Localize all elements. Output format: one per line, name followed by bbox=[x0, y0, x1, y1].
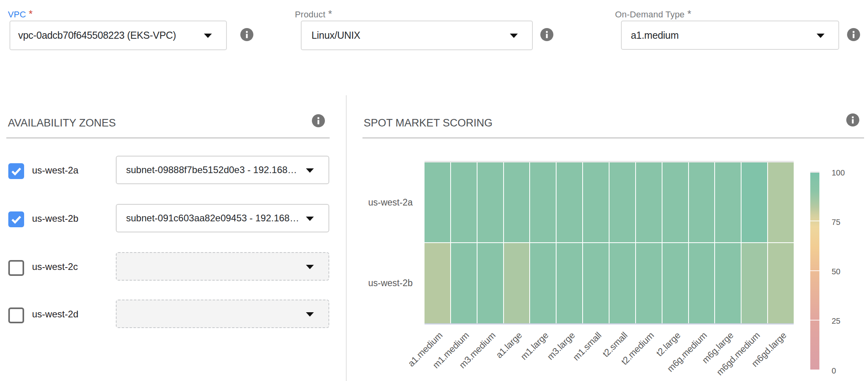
heatmap-cell-us-west-2a-a1.large[interactable] bbox=[504, 162, 530, 242]
heatmap-cell-us-west-2b-m6g.medium[interactable] bbox=[689, 243, 715, 323]
colorbar-tick-line-25 bbox=[810, 320, 819, 321]
availability-zones-divider bbox=[6, 138, 330, 138]
spot-market-scoring-divider bbox=[362, 138, 864, 138]
product-label: Product* bbox=[295, 9, 332, 20]
heatmap-cell-us-west-2a-t2.small[interactable] bbox=[609, 162, 635, 242]
az-subnet-select-value: subnet-091c603aa82e09453 - 192.168… bbox=[117, 213, 299, 224]
colorbar-tick-label-50: 50 bbox=[832, 267, 840, 276]
vpc-info-icon[interactable] bbox=[240, 28, 253, 41]
heatmap-colorbar bbox=[810, 172, 819, 370]
heatmap-y-label-us-west-2b: us-west-2b bbox=[349, 278, 413, 289]
heatmap-cell-us-west-2a-m1.small[interactable] bbox=[583, 162, 609, 242]
az-zone-label: us-west-2b bbox=[32, 213, 78, 224]
az-subnet-select-caret-icon bbox=[306, 168, 314, 173]
spot-market-scoring-info-icon[interactable] bbox=[846, 113, 859, 126]
heatmap-cell-us-west-2b-t2.small[interactable] bbox=[609, 243, 635, 323]
heatmap-cell-us-west-2a-m6g.medium[interactable] bbox=[689, 162, 715, 242]
az-subnet-select-caret-icon bbox=[306, 217, 314, 221]
az-checkbox-us-west-2c-unchecked[interactable] bbox=[8, 260, 24, 276]
heatmap[interactable] bbox=[425, 162, 794, 323]
heatmap-cell-us-west-2b-a1.medium[interactable] bbox=[425, 243, 450, 323]
heatmap-cell-us-west-2a-m3.large[interactable] bbox=[557, 162, 582, 242]
colorbar-tick-label-25: 25 bbox=[832, 316, 840, 326]
az-subnet-select-us-west-2c[interactable] bbox=[116, 252, 329, 281]
colorbar-tick-line-50 bbox=[810, 270, 819, 271]
heatmap-cell-us-west-2a-m1.medium[interactable] bbox=[451, 162, 477, 242]
heatmap-cell-us-west-2a-m1.large[interactable] bbox=[530, 162, 556, 242]
heatmap-cell-us-west-2b-t2.large[interactable] bbox=[662, 243, 688, 323]
vpc-select-value: vpc-0adcb70f645508223 (EKS-VPC) bbox=[18, 30, 176, 41]
availability-zones-title: AVAILABILITY ZONES bbox=[8, 117, 116, 129]
vpc-label: VPC* bbox=[8, 9, 33, 20]
heatmap-cell-us-west-2b-m1.large[interactable] bbox=[530, 243, 556, 323]
colorbar-tick-label-75: 75 bbox=[832, 217, 840, 227]
az-zone-label: us-west-2a bbox=[32, 165, 78, 176]
heatmap-cell-us-west-2b-t2.medium[interactable] bbox=[636, 243, 662, 323]
colorbar-tick-label-0: 0 bbox=[832, 366, 836, 375]
heatmap-cell-us-west-2a-t2.large[interactable] bbox=[662, 162, 688, 242]
heatmap-cell-us-west-2a-t2.medium[interactable] bbox=[636, 162, 662, 242]
product-select[interactable]: Linux/UNIX bbox=[301, 21, 533, 50]
az-subnet-select-us-west-2b[interactable]: subnet-091c603aa82e09453 - 192.168… bbox=[116, 204, 329, 232]
product-select-value: Linux/UNIX bbox=[311, 30, 360, 41]
panel-vertical-divider bbox=[346, 95, 347, 381]
on-demand-type-select-value: a1.medium bbox=[631, 30, 679, 41]
availability-zones-info-icon[interactable] bbox=[312, 114, 325, 127]
on-demand-type-required-asterisk: * bbox=[687, 8, 691, 19]
az-subnet-select-caret-icon bbox=[306, 265, 314, 269]
product-required-asterisk: * bbox=[328, 8, 332, 19]
on-demand-type-info-icon[interactable] bbox=[847, 28, 860, 41]
colorbar-top-cap bbox=[810, 172, 819, 173]
az-subnet-select-value: subnet-09888f7be5152d0e3 - 192.168… bbox=[117, 164, 297, 175]
on-demand-type-label-text: On-Demand Type bbox=[615, 9, 685, 19]
heatmap-bottom-axis-line bbox=[425, 323, 794, 324]
heatmap-cell-us-west-2b-m6g.large[interactable] bbox=[715, 243, 741, 323]
product-label-text: Product bbox=[295, 9, 325, 19]
colorbar-tick-label-100: 100 bbox=[832, 168, 845, 177]
heatmap-cell-us-west-2b-a1.large[interactable] bbox=[504, 243, 530, 323]
product-info-icon[interactable] bbox=[540, 28, 553, 41]
heatmap-cell-us-west-2a-m6g.large[interactable] bbox=[715, 162, 741, 242]
az-subnet-select-caret-icon bbox=[306, 312, 314, 317]
on-demand-type-select[interactable]: a1.medium bbox=[621, 21, 839, 50]
product-select-caret-icon bbox=[510, 34, 518, 38]
az-zone-label: us-west-2c bbox=[32, 261, 78, 272]
heatmap-cell-us-west-2b-m6gd.large[interactable] bbox=[768, 243, 794, 323]
az-subnet-select-us-west-2a[interactable]: subnet-09888f7be5152d0e3 - 192.168… bbox=[116, 156, 329, 184]
heatmap-cell-us-west-2b-m6gd.medium[interactable] bbox=[742, 243, 767, 323]
heatmap-cell-us-west-2b-m1.small[interactable] bbox=[583, 243, 609, 323]
az-checkbox-us-west-2b-checked[interactable] bbox=[8, 211, 24, 227]
heatmap-cell-us-west-2a-a1.medium[interactable] bbox=[425, 162, 450, 242]
vpc-label-text: VPC bbox=[8, 9, 26, 19]
on-demand-type-select-caret-icon bbox=[817, 34, 825, 38]
colorbar-tick-line-75 bbox=[810, 221, 819, 221]
spot-market-scoring-title: SPOT MARKET SCORING bbox=[364, 117, 492, 129]
heatmap-cell-us-west-2a-m6gd.medium[interactable] bbox=[742, 162, 767, 242]
az-subnet-select-us-west-2d[interactable] bbox=[116, 300, 329, 328]
vpc-required-asterisk: * bbox=[29, 8, 33, 19]
heatmap-cell-us-west-2b-m1.medium[interactable] bbox=[451, 243, 477, 323]
heatmap-cell-us-west-2a-m6gd.large[interactable] bbox=[768, 162, 794, 242]
az-zone-label: us-west-2d bbox=[32, 309, 78, 320]
heatmap-y-label-us-west-2a: us-west-2a bbox=[349, 197, 413, 208]
vpc-select[interactable]: vpc-0adcb70f645508223 (EKS-VPC) bbox=[9, 21, 227, 50]
heatmap-cell-us-west-2a-m3.medium[interactable] bbox=[477, 162, 503, 242]
az-checkbox-us-west-2d-unchecked[interactable] bbox=[8, 307, 24, 323]
az-checkbox-us-west-2a-checked[interactable] bbox=[8, 163, 24, 179]
heatmap-cell-us-west-2b-m3.large[interactable] bbox=[557, 243, 582, 323]
heatmap-cell-us-west-2b-m3.medium[interactable] bbox=[477, 243, 503, 323]
on-demand-type-label: On-Demand Type* bbox=[615, 9, 691, 20]
vpc-select-caret-icon bbox=[204, 34, 212, 38]
